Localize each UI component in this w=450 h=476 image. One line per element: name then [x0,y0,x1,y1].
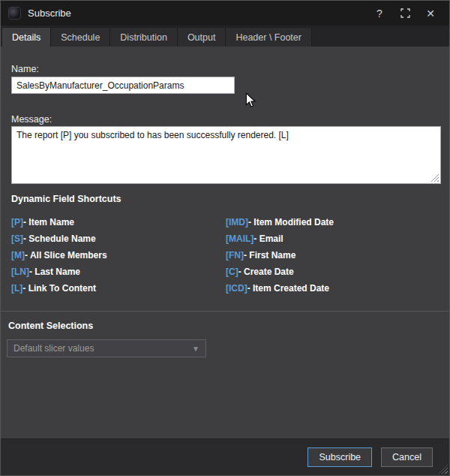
shortcut-code: [C] [226,267,238,277]
shortcut-label: - Last Name [29,267,80,277]
shortcut-code: [M] [11,250,25,261]
shortcut-item: [S]- Schedule Name [11,230,107,247]
shortcut-label: - Link To Content [22,283,96,294]
content-selections-dropdown[interactable]: Default slicer values ▼ [7,339,206,357]
shortcut-code: [S] [11,233,23,244]
tab-header-footer[interactable]: Header \ Footer [226,27,312,47]
message-textarea[interactable]: The report [P] you subscribed to has bee… [11,126,441,184]
shortcut-code: [P] [11,217,23,227]
details-panel: Name: Message: The report [P] you subscr… [1,47,449,438]
section-divider [1,311,449,312]
cancel-button[interactable]: Cancel [381,447,433,467]
tab-schedule[interactable]: Schedule [51,27,110,47]
app-icon [8,7,21,20]
shortcuts-column-left: [P]- Item Name [S]- Schedule Name [M]- A… [11,214,107,297]
shortcut-code: [LN] [11,267,29,277]
maximize-button[interactable] [394,4,416,23]
message-label: Message: [11,114,52,125]
shortcut-label: - Schedule Name [23,233,96,244]
tab-output[interactable]: Output [178,27,226,47]
window-title: Subscribe [28,8,71,19]
footer-bar: Subscribe Cancel [1,438,449,475]
shortcut-item: [ICD]- Item Created Date [226,280,334,297]
tab-strip: Details Schedule Distribution Output Hea… [1,26,449,47]
shortcut-item: [LN]- Last Name [11,264,107,280]
shortcut-item: [M]- All Slice Members [11,247,107,264]
shortcut-code: [ICD] [226,283,248,294]
shortcuts-heading: Dynamic Field Shortcuts [11,194,122,204]
help-button[interactable]: ? [368,4,391,23]
shortcut-code: [MAIL] [226,233,254,244]
shortcut-item: [P]- Item Name [11,214,107,230]
shortcut-item: [MAIL]- Email [226,230,334,247]
shortcut-item: [C]- Create Date [226,264,334,280]
shortcut-label: - First Name [244,250,296,261]
shortcut-label: - Item Created Date [248,283,329,294]
shortcut-label: - All Slice Members [25,250,107,261]
shortcuts-column-right: [IMD]- Item Modified Date [MAIL]- Email … [226,214,334,297]
chevron-down-icon: ▼ [192,345,200,353]
shortcut-label: - Item Name [23,217,74,227]
name-input[interactable] [11,77,235,94]
shortcut-item: [FN]- First Name [226,247,334,264]
subscribe-dialog: Subscribe ? ✕ Details Schedule Distribut… [0,0,450,476]
name-label: Name: [11,64,39,74]
maximize-icon [400,8,410,18]
shortcut-label: - Item Modified Date [248,217,334,227]
shortcut-label: - Email [254,233,283,244]
tab-details[interactable]: Details [2,27,51,47]
content-selections-heading: Content Selections [8,321,93,331]
shortcut-code: [IMD] [226,217,248,227]
title-bar: Subscribe ? ✕ [1,1,449,26]
shortcut-code: [L] [11,283,22,294]
shortcut-label: - Create Date [238,267,294,277]
titlebar-controls: ? ✕ [368,4,442,23]
tab-distribution[interactable]: Distribution [110,27,178,47]
dropdown-placeholder: Default slicer values [14,343,192,354]
subscribe-button[interactable]: Subscribe [308,447,372,467]
shortcut-item: [IMD]- Item Modified Date [226,214,334,230]
shortcut-item: [L]- Link To Content [11,280,107,297]
close-button[interactable]: ✕ [419,4,442,23]
shortcut-code: [FN] [226,250,244,261]
